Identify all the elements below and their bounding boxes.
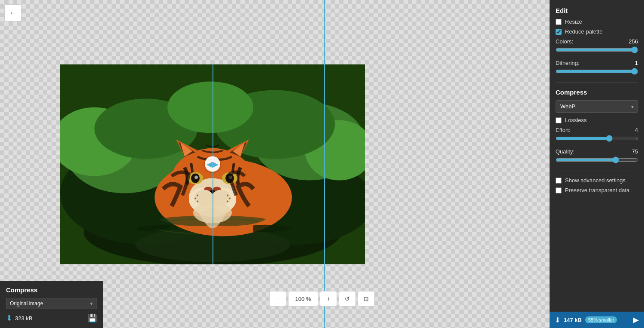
- colors-slider-section: Colors: 256: [556, 38, 638, 55]
- quality-value: 75: [632, 148, 638, 155]
- dithering-value: 1: [635, 60, 638, 66]
- effort-label: Effort:: [556, 127, 570, 133]
- edit-section: Edit Resize Reduce palette Colors: 256 D…: [556, 7, 638, 76]
- download-icon[interactable]: ⬇: [6, 313, 12, 323]
- compress-bar: Compress Original image ▼ ⬇ 323 kB 💾: [0, 281, 103, 328]
- effort-label-row: Effort: 4: [556, 127, 638, 133]
- lossless-label: Lossless: [565, 117, 587, 123]
- quality-slider[interactable]: [556, 156, 638, 163]
- quality-label: Quality:: [556, 148, 574, 155]
- dithering-slider-section: Dithering: 1: [556, 60, 638, 76]
- compress-section: Compress WebP JPEG PNG GIF ▼ Lossless Ef…: [556, 89, 638, 165]
- format-select-wrapper: Original image ▼: [6, 298, 97, 309]
- download-group: ⬇ 323 kB: [6, 313, 32, 323]
- bottom-action-left: ⬇ 147 kB 55% smaller: [555, 316, 617, 324]
- svg-point-31: [227, 194, 228, 196]
- image-preview: ◀▶: [60, 64, 365, 264]
- svg-point-28: [197, 194, 198, 196]
- effort-slider[interactable]: [556, 135, 638, 142]
- preserve-transparent-row: Preserve transparent data: [556, 187, 638, 193]
- svg-point-10: [167, 81, 253, 133]
- svg-point-29: [194, 197, 196, 199]
- split-line-full: [324, 0, 325, 328]
- webp-select-wrapper: WebP JPEG PNG GIF ▼: [556, 100, 638, 113]
- back-button[interactable]: ←: [4, 4, 21, 21]
- format-select[interactable]: Original image: [6, 298, 97, 309]
- bottom-action-bar: ⬇ 147 kB 55% smaller ▶: [550, 312, 644, 328]
- zoom-level: 100 %: [288, 291, 318, 307]
- zoom-out-button[interactable]: −: [269, 291, 286, 307]
- quality-slider-section: Quality: 75: [556, 148, 638, 165]
- resize-label: Resize: [565, 18, 582, 25]
- show-advanced-checkbox[interactable]: [556, 178, 562, 184]
- reduce-palette-checkbox[interactable]: [556, 29, 562, 35]
- lossless-row: Lossless: [556, 117, 638, 123]
- svg-point-30: [197, 200, 198, 202]
- back-icon: ←: [9, 9, 16, 17]
- bottom-file-size: 147 kB: [564, 317, 582, 323]
- right-panel: Edit Resize Reduce palette Colors: 256 D…: [550, 0, 644, 328]
- colors-value: 256: [629, 38, 638, 45]
- svg-point-33: [227, 200, 228, 202]
- compress-title: Compress: [556, 89, 638, 96]
- show-advanced-row: Show advanced settings: [556, 177, 638, 184]
- edit-title: Edit: [556, 7, 638, 14]
- dithering-label-row: Dithering: 1: [556, 60, 638, 66]
- colors-slider[interactable]: [556, 46, 638, 53]
- colors-label-row: Colors: 256: [556, 38, 638, 45]
- file-size-row: ⬇ 323 kB 💾: [6, 313, 97, 323]
- divider-1: [556, 82, 638, 83]
- format-select-right[interactable]: WebP JPEG PNG GIF: [556, 100, 638, 113]
- canvas-area: ←: [0, 0, 644, 328]
- rotate-button[interactable]: ↺: [339, 291, 356, 307]
- svg-point-32: [229, 197, 231, 199]
- effort-slider-section: Effort: 4: [556, 127, 638, 143]
- quality-label-row: Quality: 75: [556, 148, 638, 155]
- preserve-transparent-checkbox[interactable]: [556, 187, 562, 193]
- reduce-palette-label: Reduce palette: [565, 28, 602, 35]
- svg-point-21: [194, 175, 198, 179]
- bottom-download-icon[interactable]: ⬇: [555, 316, 560, 324]
- dithering-label: Dithering:: [556, 60, 580, 66]
- save-icon[interactable]: 💾: [88, 313, 97, 323]
- resize-checkbox[interactable]: [556, 19, 562, 25]
- split-handle[interactable]: ◀▶: [205, 156, 220, 172]
- zoom-in-button[interactable]: +: [320, 291, 337, 307]
- show-advanced-label: Show advanced settings: [565, 177, 626, 184]
- divider-2: [556, 171, 638, 171]
- bottom-save-icon[interactable]: ▶: [633, 315, 639, 325]
- preserve-transparent-label: Preserve transparent data: [565, 187, 629, 193]
- compress-bar-title: Compress: [6, 286, 97, 294]
- reduce-palette-row: Reduce palette: [556, 28, 638, 35]
- size-badge: 55% smaller: [585, 316, 617, 323]
- colors-label: Colors:: [556, 38, 573, 45]
- zoom-toolbar: − 100 % + ↺ ⊡: [269, 291, 375, 307]
- dithering-slider[interactable]: [556, 68, 638, 75]
- resize-row: Resize: [556, 18, 638, 25]
- fit-button[interactable]: ⊡: [358, 291, 375, 307]
- lossless-checkbox[interactable]: [556, 117, 562, 123]
- effort-value: 4: [635, 127, 638, 133]
- file-size-label: 323 kB: [15, 315, 32, 322]
